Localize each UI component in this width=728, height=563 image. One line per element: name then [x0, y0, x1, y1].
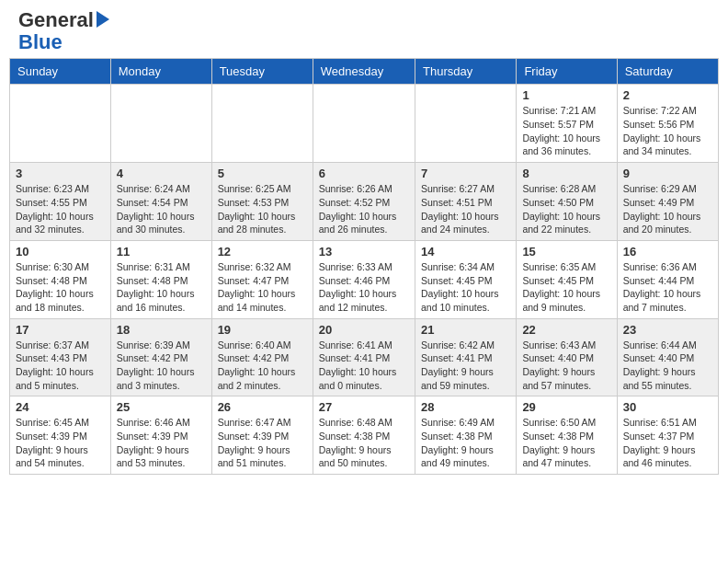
day-number-3: 3 — [16, 167, 105, 180]
day-number-13: 13 — [319, 245, 409, 259]
day-number-2: 2 — [623, 88, 712, 102]
day-info-18: Sunrise: 6:39 AM Sunset: 4:42 PM Dayligh… — [117, 339, 206, 393]
day-cell-24: 24Sunrise: 6:45 AM Sunset: 4:39 PM Dayli… — [10, 396, 111, 475]
day-number-7: 7 — [421, 167, 510, 180]
day-info-20: Sunrise: 6:41 AM Sunset: 4:41 PM Dayligh… — [319, 339, 409, 393]
day-cell-12: 12Sunrise: 6:32 AM Sunset: 4:47 PM Dayli… — [211, 240, 313, 318]
day-cell-29: 29Sunrise: 6:50 AM Sunset: 4:38 PM Dayli… — [517, 396, 617, 475]
day-number-8: 8 — [522, 167, 610, 180]
day-info-11: Sunrise: 6:31 AM Sunset: 4:48 PM Dayligh… — [117, 260, 206, 315]
weekday-header-thursday: Thursday — [415, 59, 516, 85]
day-info-12: Sunrise: 6:32 AM Sunset: 4:47 PM Dayligh… — [218, 260, 307, 315]
day-cell-26: 26Sunrise: 6:47 AM Sunset: 4:39 PM Dayli… — [211, 396, 313, 475]
day-cell-1: 1Sunrise: 7:21 AM Sunset: 5:57 PM Daylig… — [517, 85, 617, 163]
day-number-12: 12 — [218, 245, 307, 259]
logo-text: General Blue — [18, 9, 109, 53]
empty-cell — [10, 85, 111, 163]
day-number-9: 9 — [623, 167, 712, 180]
logo-blue: Blue — [18, 31, 109, 53]
day-info-19: Sunrise: 6:40 AM Sunset: 4:42 PM Dayligh… — [218, 339, 307, 393]
day-number-29: 29 — [522, 400, 610, 414]
day-number-19: 19 — [218, 323, 307, 337]
day-cell-20: 20Sunrise: 6:41 AM Sunset: 4:41 PM Dayli… — [313, 318, 415, 396]
day-info-17: Sunrise: 6:37 AM Sunset: 4:43 PM Dayligh… — [16, 339, 105, 393]
day-number-16: 16 — [623, 245, 712, 259]
day-number-22: 22 — [522, 323, 610, 337]
day-info-26: Sunrise: 6:47 AM Sunset: 4:39 PM Dayligh… — [218, 416, 307, 470]
day-number-10: 10 — [16, 245, 105, 259]
day-cell-23: 23Sunrise: 6:44 AM Sunset: 4:40 PM Dayli… — [617, 318, 718, 396]
day-info-3: Sunrise: 6:23 AM Sunset: 4:55 PM Dayligh… — [16, 182, 105, 236]
day-cell-4: 4Sunrise: 6:24 AM Sunset: 4:54 PM Daylig… — [110, 163, 211, 241]
day-number-15: 15 — [522, 245, 610, 259]
calendar-row-3: 17Sunrise: 6:37 AM Sunset: 4:43 PM Dayli… — [10, 318, 719, 396]
day-info-5: Sunrise: 6:25 AM Sunset: 4:53 PM Dayligh… — [218, 182, 307, 236]
logo-general: General — [18, 9, 94, 31]
day-cell-25: 25Sunrise: 6:46 AM Sunset: 4:39 PM Dayli… — [110, 396, 211, 475]
logo: General Blue — [18, 9, 109, 53]
day-info-4: Sunrise: 6:24 AM Sunset: 4:54 PM Dayligh… — [117, 182, 206, 236]
empty-cell — [415, 85, 516, 163]
day-cell-28: 28Sunrise: 6:49 AM Sunset: 4:38 PM Dayli… — [415, 396, 516, 475]
day-cell-5: 5Sunrise: 6:25 AM Sunset: 4:53 PM Daylig… — [211, 163, 313, 241]
day-cell-8: 8Sunrise: 6:28 AM Sunset: 4:50 PM Daylig… — [517, 163, 617, 241]
day-cell-17: 17Sunrise: 6:37 AM Sunset: 4:43 PM Dayli… — [10, 318, 111, 396]
day-number-24: 24 — [16, 400, 105, 414]
day-cell-10: 10Sunrise: 6:30 AM Sunset: 4:48 PM Dayli… — [10, 240, 111, 318]
weekday-header-monday: Monday — [110, 59, 211, 85]
empty-cell — [313, 85, 415, 163]
day-cell-19: 19Sunrise: 6:40 AM Sunset: 4:42 PM Dayli… — [211, 318, 313, 396]
day-cell-30: 30Sunrise: 6:51 AM Sunset: 4:37 PM Dayli… — [617, 396, 718, 475]
day-info-2: Sunrise: 7:22 AM Sunset: 5:56 PM Dayligh… — [623, 104, 712, 158]
day-number-18: 18 — [117, 323, 206, 337]
weekday-header-sunday: Sunday — [10, 59, 111, 85]
day-number-5: 5 — [218, 167, 307, 180]
day-cell-11: 11Sunrise: 6:31 AM Sunset: 4:48 PM Dayli… — [110, 240, 211, 318]
weekday-header-friday: Friday — [517, 59, 617, 85]
day-number-6: 6 — [319, 167, 409, 180]
day-cell-27: 27Sunrise: 6:48 AM Sunset: 4:38 PM Dayli… — [313, 396, 415, 475]
day-info-13: Sunrise: 6:33 AM Sunset: 4:46 PM Dayligh… — [319, 260, 409, 315]
day-number-23: 23 — [623, 323, 712, 337]
day-info-27: Sunrise: 6:48 AM Sunset: 4:38 PM Dayligh… — [319, 416, 409, 470]
calendar-row-0: 1Sunrise: 7:21 AM Sunset: 5:57 PM Daylig… — [10, 85, 719, 163]
day-info-16: Sunrise: 6:36 AM Sunset: 4:44 PM Dayligh… — [623, 260, 712, 315]
day-cell-14: 14Sunrise: 6:34 AM Sunset: 4:45 PM Dayli… — [415, 240, 516, 318]
day-info-6: Sunrise: 6:26 AM Sunset: 4:52 PM Dayligh… — [319, 182, 409, 236]
day-number-17: 17 — [16, 323, 105, 337]
calendar-row-1: 3Sunrise: 6:23 AM Sunset: 4:55 PM Daylig… — [10, 163, 719, 241]
day-number-14: 14 — [421, 245, 510, 259]
weekday-header-tuesday: Tuesday — [211, 59, 313, 85]
day-number-1: 1 — [522, 88, 610, 102]
day-number-20: 20 — [319, 323, 409, 337]
day-info-14: Sunrise: 6:34 AM Sunset: 4:45 PM Dayligh… — [421, 260, 510, 315]
day-cell-22: 22Sunrise: 6:43 AM Sunset: 4:40 PM Dayli… — [517, 318, 617, 396]
day-number-28: 28 — [421, 400, 510, 414]
day-number-30: 30 — [623, 400, 712, 414]
day-cell-21: 21Sunrise: 6:42 AM Sunset: 4:41 PM Dayli… — [415, 318, 516, 396]
day-info-21: Sunrise: 6:42 AM Sunset: 4:41 PM Dayligh… — [421, 339, 510, 393]
day-info-28: Sunrise: 6:49 AM Sunset: 4:38 PM Dayligh… — [421, 416, 510, 470]
day-cell-3: 3Sunrise: 6:23 AM Sunset: 4:55 PM Daylig… — [10, 163, 111, 241]
day-info-23: Sunrise: 6:44 AM Sunset: 4:40 PM Dayligh… — [623, 339, 712, 393]
empty-cell — [211, 85, 313, 163]
page-container: General Blue SundayMondayTuesdayWednesda… — [0, 0, 728, 475]
day-number-27: 27 — [319, 400, 409, 414]
day-info-25: Sunrise: 6:46 AM Sunset: 4:39 PM Dayligh… — [117, 416, 206, 470]
day-number-21: 21 — [421, 323, 510, 337]
weekday-header-wednesday: Wednesday — [313, 59, 415, 85]
day-cell-16: 16Sunrise: 6:36 AM Sunset: 4:44 PM Dayli… — [617, 240, 718, 318]
calendar-row-2: 10Sunrise: 6:30 AM Sunset: 4:48 PM Dayli… — [10, 240, 719, 318]
day-cell-2: 2Sunrise: 7:22 AM Sunset: 5:56 PM Daylig… — [617, 85, 718, 163]
header: General Blue — [0, 0, 728, 58]
day-info-22: Sunrise: 6:43 AM Sunset: 4:40 PM Dayligh… — [522, 339, 610, 393]
day-number-25: 25 — [117, 400, 206, 414]
day-cell-18: 18Sunrise: 6:39 AM Sunset: 4:42 PM Dayli… — [110, 318, 211, 396]
calendar-header-row: SundayMondayTuesdayWednesdayThursdayFrid… — [10, 59, 719, 85]
calendar-table: SundayMondayTuesdayWednesdayThursdayFrid… — [9, 58, 719, 475]
day-info-8: Sunrise: 6:28 AM Sunset: 4:50 PM Dayligh… — [522, 182, 610, 236]
day-cell-13: 13Sunrise: 6:33 AM Sunset: 4:46 PM Dayli… — [313, 240, 415, 318]
day-info-7: Sunrise: 6:27 AM Sunset: 4:51 PM Dayligh… — [421, 182, 510, 236]
empty-cell — [110, 85, 211, 163]
calendar-row-4: 24Sunrise: 6:45 AM Sunset: 4:39 PM Dayli… — [10, 396, 719, 475]
